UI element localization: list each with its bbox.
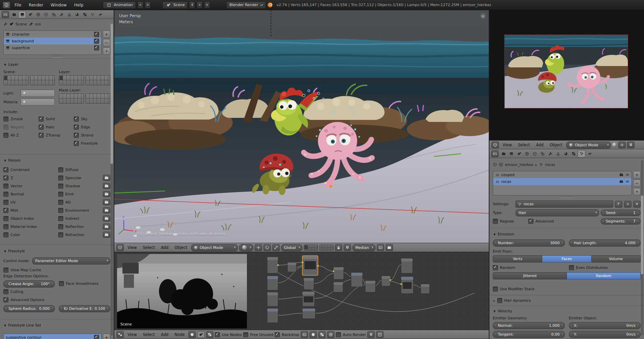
advanced-checkbox[interactable] — [528, 219, 533, 224]
add-particle-system-button[interactable]: + — [633, 171, 641, 178]
add-layout-button[interactable]: + — [137, 1, 143, 9]
random-checkbox[interactable] — [493, 265, 498, 270]
snap-icon[interactable] — [367, 331, 375, 338]
tab-textures[interactable] — [570, 150, 577, 157]
pass-checkbox[interactable] — [58, 184, 63, 189]
distribution-button[interactable]: Jittered — [493, 272, 567, 279]
velocity-x-field[interactable]: X:0m/s — [569, 322, 641, 329]
scale-manipulator-icon[interactable] — [272, 244, 280, 251]
viewport-menu-item[interactable]: Select — [140, 245, 157, 251]
editor-type-3dview-button[interactable] — [116, 244, 124, 251]
pass-checkbox[interactable] — [3, 167, 8, 172]
pass-option[interactable]: Specular — [58, 174, 110, 182]
right-mode-dropdown[interactable]: Object Mode — [566, 142, 611, 149]
use-nodes-option[interactable]: Use Nodes — [215, 332, 242, 338]
render-layer-row[interactable]: superficie — [4, 44, 101, 51]
channel-z-icon[interactable] — [327, 331, 335, 338]
pass-option[interactable]: Mist — [3, 206, 55, 214]
exclude-pass-button[interactable] — [103, 232, 110, 238]
advanced-option[interactable]: Advanced — [528, 218, 599, 225]
face-smoothness-option[interactable]: Face Smoothness — [59, 280, 110, 287]
list-resize-grip[interactable] — [3, 55, 110, 58]
advanced-options-checkbox[interactable] — [3, 297, 8, 302]
tab-data[interactable] — [66, 11, 73, 18]
include-checkbox[interactable] — [3, 133, 8, 138]
culling-option[interactable]: Culling — [3, 288, 110, 296]
add-render-layer-button[interactable]: + — [103, 30, 110, 38]
distribution-button[interactable]: Random — [567, 272, 641, 279]
include-checkbox[interactable] — [74, 133, 79, 138]
pass-option[interactable]: Material Index — [3, 223, 55, 231]
topbar-menu-item[interactable]: Render — [26, 2, 46, 8]
scene-selector[interactable]: Scene — [162, 1, 188, 9]
render-engine-selector[interactable]: Blender Render ▴▾ — [226, 1, 266, 9]
use-modifier-stack-checkbox[interactable] — [493, 287, 498, 292]
type-dropdown[interactable]: Hair — [515, 209, 599, 216]
emission-panel-header[interactable]: Emission — [493, 230, 641, 238]
viewport-menu-item[interactable]: Add — [159, 245, 171, 251]
layer-layers-grid[interactable] — [59, 75, 110, 85]
node-editor[interactable]: Scene — [114, 252, 489, 330]
render-layer-use-checkbox[interactable] — [94, 32, 99, 37]
free-unused-option[interactable]: Free Unused — [243, 332, 273, 338]
even-distribution-option[interactable]: Even Distribution — [569, 264, 641, 271]
right-view-menu-item[interactable]: View — [500, 142, 514, 148]
node-graph[interactable] — [114, 252, 488, 330]
backdrop-checkbox[interactable] — [275, 332, 280, 337]
pass-checkbox[interactable] — [58, 192, 63, 197]
hair-dynamics-header[interactable]: Hair dynamics — [493, 297, 641, 304]
tab-textures[interactable] — [81, 11, 88, 18]
segments-field[interactable]: Segments:7 — [601, 218, 641, 225]
crease-angle-field[interactable]: Crease Angle: 100° — [3, 280, 55, 288]
pass-option[interactable]: Normal — [3, 190, 55, 198]
include-checkbox[interactable] — [39, 125, 44, 130]
settings-id-field[interactable]: rocas — [515, 200, 613, 208]
render-layer-use-checkbox[interactable] — [94, 45, 99, 50]
node-menu-item[interactable]: Add — [159, 332, 171, 338]
pass-checkbox[interactable] — [3, 175, 8, 181]
tab-material[interactable] — [73, 11, 80, 18]
exclude-pass-button[interactable] — [103, 191, 110, 197]
render-toggle-icon[interactable] — [619, 173, 623, 177]
pass-option[interactable]: Vector — [3, 182, 55, 190]
pass-option[interactable]: Emit — [58, 190, 110, 198]
pivot-dropdown[interactable]: Median — [352, 244, 375, 251]
tab-constraints[interactable] — [50, 11, 57, 18]
emit-from-button[interactable]: Faces — [542, 255, 591, 262]
list-resize-grip[interactable] — [493, 195, 641, 199]
editor-type-properties-button[interactable] — [2, 11, 9, 18]
particle-system-row[interactable]: rocas — [493, 178, 631, 185]
right-panel-scrollbar[interactable] — [641, 160, 643, 336]
unlink-settings-button[interactable]: ✕ — [633, 201, 641, 208]
exclude-pass-button[interactable] — [103, 175, 110, 181]
tab-object[interactable] — [531, 150, 538, 157]
pass-option[interactable]: Shadow — [58, 182, 110, 190]
include-option[interactable]: All Z — [3, 131, 37, 139]
pass-checkbox[interactable] — [3, 216, 8, 221]
pass-option[interactable]: Z — [3, 174, 55, 182]
editor-type-node-button[interactable] — [116, 331, 124, 338]
tab-render[interactable] — [500, 150, 507, 157]
texture-nodes-icon[interactable] — [206, 331, 213, 338]
node-menu-item[interactable]: Select — [140, 332, 157, 338]
freestyle-panel-header[interactable]: Freestyle — [3, 247, 110, 255]
pass-option[interactable]: Object Index — [3, 214, 55, 223]
include-option[interactable]: Sky — [74, 115, 110, 123]
pass-checkbox[interactable] — [58, 224, 63, 229]
regrow-option[interactable]: Regrow — [493, 218, 527, 225]
orientation-dropdown[interactable]: Global — [281, 244, 302, 251]
visibility-toggle-icon[interactable] — [625, 179, 629, 184]
pass-option[interactable]: AO — [58, 198, 110, 206]
seed-field[interactable]: Seed:1 — [601, 210, 641, 216]
tab-data[interactable] — [554, 150, 561, 157]
tab-world[interactable] — [34, 11, 42, 18]
face-smoothness-checkbox[interactable] — [59, 281, 64, 286]
screen-layout-selector[interactable]: Animation — [103, 1, 136, 9]
pass-option[interactable]: Diffuse — [58, 166, 110, 174]
channel-color-icon[interactable] — [309, 331, 317, 338]
topbar-menu-item[interactable]: Help — [71, 2, 86, 8]
include-option[interactable]: Halo — [39, 123, 72, 131]
render-layer-row[interactable]: background — [4, 38, 101, 44]
tab-scene[interactable] — [27, 11, 34, 18]
scene-layers-grid[interactable] — [3, 75, 55, 85]
